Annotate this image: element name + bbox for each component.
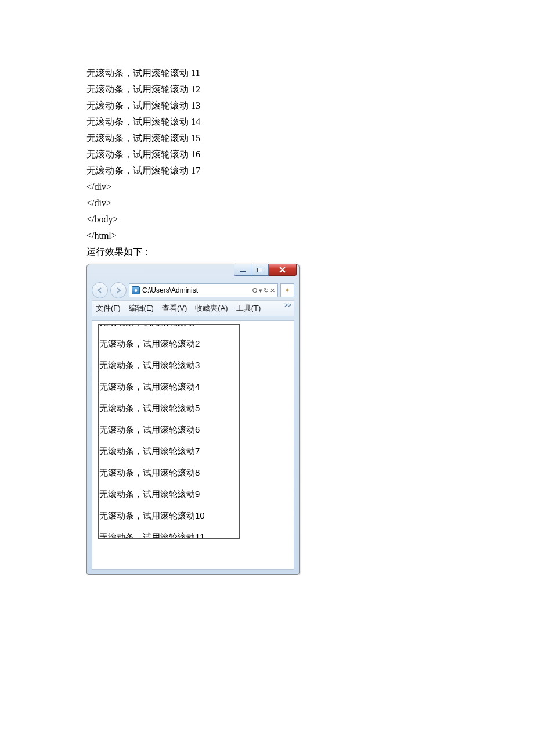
new-tab-button[interactable]: ✦ — [280, 283, 294, 297]
code-line: </div> — [86, 179, 534, 195]
scroll-box[interactable]: 无滚动条，试用滚轮滚动1 无滚动条，试用滚轮滚动2 无滚动条，试用滚轮滚动3 无… — [98, 324, 240, 539]
list-item: 无滚动条，试用滚轮滚动1 — [99, 324, 239, 333]
close-icon — [279, 267, 286, 273]
list-item: 无滚动条，试用滚轮滚动8 — [99, 462, 239, 483]
navbar: e C:\Users\Administ Ο ▾ ↻ ✕ ✦ — [92, 280, 294, 300]
list-item: 无滚动条，试用滚轮滚动4 — [99, 376, 239, 397]
address-bar[interactable]: e C:\Users\Administ Ο ▾ ↻ ✕ — [129, 283, 278, 297]
address-text: C:\Users\Administ — [142, 286, 249, 294]
menu-edit[interactable]: 编辑(E) — [129, 303, 154, 314]
arrow-left-icon — [97, 287, 103, 293]
menu-view[interactable]: 查看(V) — [162, 303, 187, 314]
code-line: 无滚动条，试用滚轮滚动 11 — [86, 65, 534, 81]
menu-fav[interactable]: 收藏夹(A) — [195, 303, 228, 314]
code-line: </div> — [86, 195, 534, 211]
minimize-button[interactable] — [234, 264, 251, 276]
code-line: 无滚动条，试用滚轮滚动 15 — [86, 130, 534, 146]
window-controls — [234, 264, 297, 276]
list-item: 无滚动条，试用滚轮滚动9 — [99, 483, 239, 505]
code-line: </body> — [86, 211, 534, 228]
list-item: 无滚动条，试用滚轮滚动5 — [99, 397, 239, 419]
titlebar — [87, 264, 299, 280]
code-line: 无滚动条，试用滚轮滚动 12 — [86, 81, 534, 98]
code-line: </html> — [86, 228, 534, 244]
list-item: 无滚动条，试用滚轮滚动2 — [99, 333, 239, 354]
ie-icon: e — [132, 286, 140, 294]
menubar: 文件(F) 编辑(E) 查看(V) 收藏夹(A) 工具(T) >> — [92, 300, 294, 316]
client-area: 无滚动条，试用滚轮滚动1 无滚动条，试用滚轮滚动2 无滚动条，试用滚轮滚动3 无… — [92, 320, 294, 570]
close-button[interactable] — [269, 264, 297, 276]
back-button[interactable] — [92, 282, 108, 298]
code-line: 无滚动条，试用滚轮滚动 16 — [86, 146, 534, 163]
list-item: 无滚动条，试用滚轮滚动6 — [99, 419, 239, 440]
code-listing: 无滚动条，试用滚轮滚动 11 无滚动条，试用滚轮滚动 12 无滚动条，试用滚轮滚… — [86, 65, 534, 260]
code-line: 无滚动条，试用滚轮滚动 14 — [86, 114, 534, 130]
list-item: 无滚动条，试用滚轮滚动11 — [99, 526, 239, 539]
scroll-content: 无滚动条，试用滚轮滚动1 无滚动条，试用滚轮滚动2 无滚动条，试用滚轮滚动3 无… — [99, 324, 239, 539]
list-item: 无滚动条，试用滚轮滚动3 — [99, 354, 239, 376]
menu-overflow-icon[interactable]: >> — [284, 302, 291, 308]
menu-file[interactable]: 文件(F) — [96, 303, 121, 314]
browser-window: e C:\Users\Administ Ο ▾ ↻ ✕ ✦ 文件(F) 编辑(E… — [86, 264, 300, 575]
page-icon: ✦ — [284, 286, 290, 295]
code-line: 无滚动条，试用滚轮滚动 17 — [86, 163, 534, 179]
menu-tools[interactable]: 工具(T) — [236, 303, 261, 314]
forward-button[interactable] — [110, 282, 127, 298]
list-item: 无滚动条，试用滚轮滚动10 — [99, 505, 239, 526]
list-item: 无滚动条，试用滚轮滚动7 — [99, 440, 239, 462]
arrow-right-icon — [116, 287, 121, 293]
maximize-button[interactable] — [251, 264, 269, 276]
code-line: 无滚动条，试用滚轮滚动 13 — [86, 98, 534, 114]
code-line: 运行效果如下： — [86, 244, 534, 260]
address-controls[interactable]: Ο ▾ ↻ ✕ — [251, 287, 275, 294]
